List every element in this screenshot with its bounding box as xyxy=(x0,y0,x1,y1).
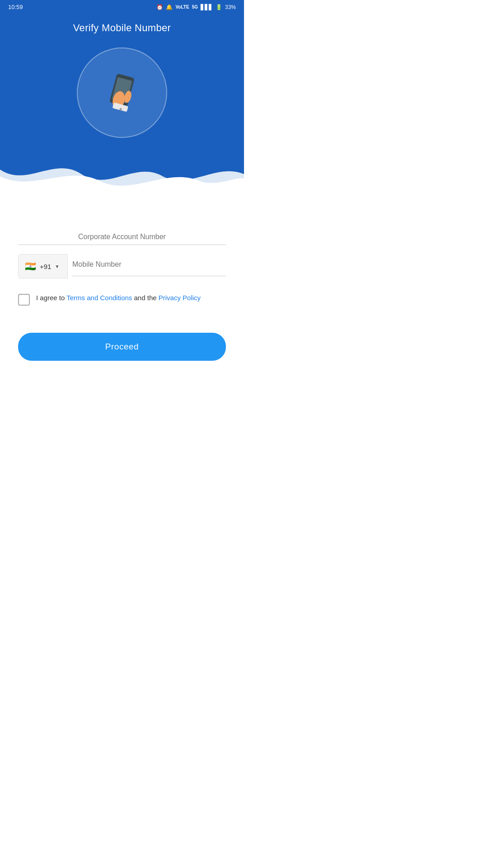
battery-percent: 33% xyxy=(225,4,236,10)
terms-checkbox[interactable] xyxy=(18,294,30,306)
phone-icon xyxy=(97,68,147,118)
bluetooth-icon: 🔔 xyxy=(166,4,173,10)
page-title: Verify Mobile Number xyxy=(73,22,171,34)
terms-and: and the xyxy=(132,294,158,302)
india-flag-icon: 🇮🇳 xyxy=(25,261,36,272)
corporate-account-input[interactable] xyxy=(18,233,226,241)
form-area: 🇮🇳 +91 ▼ I agree to Terms and Conditions… xyxy=(0,197,244,379)
signal-bars-icon: ▋▋▋ xyxy=(201,4,213,10)
volte-icon: VoLTE xyxy=(175,5,189,9)
phone-illustration xyxy=(77,47,167,138)
privacy-policy-link[interactable]: Privacy Policy xyxy=(159,294,201,302)
mobile-number-input[interactable] xyxy=(72,257,226,272)
mobile-number-row: 🇮🇳 +91 ▼ xyxy=(18,254,226,278)
battery-icon: 🔋 xyxy=(216,4,222,10)
status-bar: 10:59 ⏰ 🔔 VoLTE 5G ▋▋▋ 🔋 33% xyxy=(0,0,244,13)
status-icons: ⏰ 🔔 VoLTE 5G ▋▋▋ 🔋 33% xyxy=(156,4,236,10)
header-area: Verify Mobile Number xyxy=(0,13,244,197)
country-code-label: +91 xyxy=(40,263,51,270)
terms-text: I agree to Terms and Conditions and the … xyxy=(36,293,201,303)
mobile-input-wrapper xyxy=(72,257,226,276)
status-time: 10:59 xyxy=(8,4,23,10)
corporate-account-wrapper xyxy=(18,233,226,245)
signal-5g-icon: 5G xyxy=(192,5,198,9)
terms-row: I agree to Terms and Conditions and the … xyxy=(18,293,226,306)
proceed-button[interactable]: Proceed xyxy=(18,333,226,361)
terms-prefix: I agree to xyxy=(36,294,66,302)
country-selector[interactable]: 🇮🇳 +91 ▼ xyxy=(18,254,68,278)
dropdown-arrow-icon: ▼ xyxy=(55,264,59,269)
alarm-icon: ⏰ xyxy=(156,4,163,10)
terms-conditions-link[interactable]: Terms and Conditions xyxy=(66,294,132,302)
wave-divider xyxy=(0,151,244,197)
